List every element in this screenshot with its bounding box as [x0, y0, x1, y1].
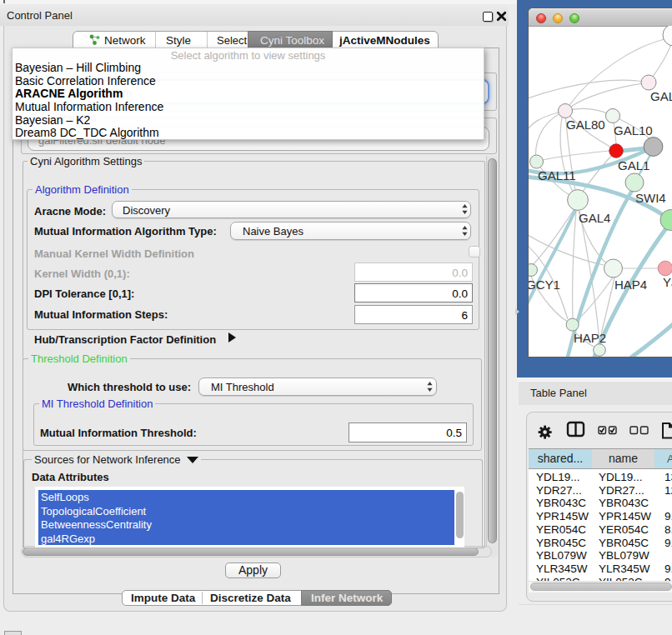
svg-text:GAL80: GAL80: [566, 118, 605, 132]
svg-text:YJ: YJ: [663, 275, 672, 289]
svg-text:GAL11: GAL11: [538, 168, 576, 182]
svg-text:HAP4: HAP4: [614, 278, 647, 292]
svg-text:GCY1: GCY1: [529, 278, 560, 292]
svg-text:GAL1: GAL1: [618, 158, 649, 172]
svg-text:GAL4: GAL4: [579, 211, 610, 225]
svg-text:SWI4: SWI4: [635, 191, 666, 205]
svg-text:HAP2: HAP2: [574, 331, 606, 345]
svg-text:GAL10: GAL10: [614, 123, 653, 138]
svg-text:GAL7: GAL7: [650, 89, 672, 103]
